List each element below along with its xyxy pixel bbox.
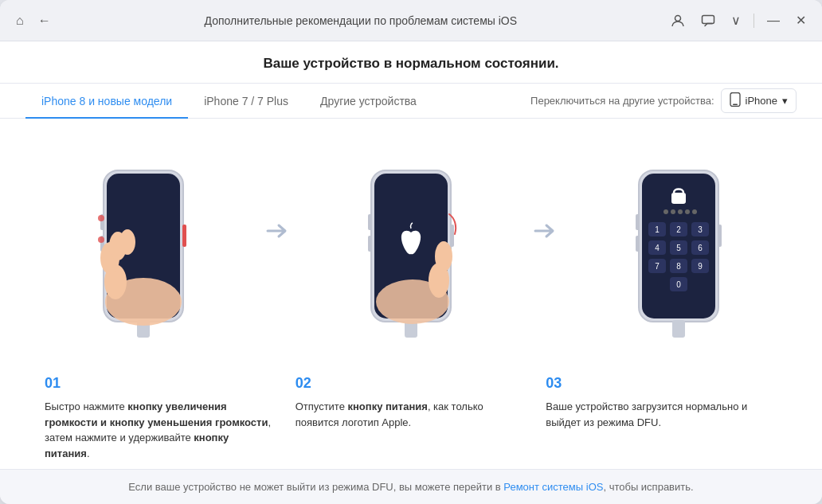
arrow-1 xyxy=(261,215,293,253)
svg-point-35 xyxy=(671,209,675,214)
chevron-down-icon: ▾ xyxy=(782,95,788,107)
svg-point-36 xyxy=(678,209,683,214)
titlebar: ⌂ ← Дополнительные рекомендации по пробл… xyxy=(0,0,822,41)
svg-text:1: 1 xyxy=(655,225,660,234)
tab-other[interactable]: Другие устройства xyxy=(304,84,433,119)
close-button[interactable]: ✕ xyxy=(793,10,809,31)
tab-iphone8[interactable]: iPhone 8 и новые модели xyxy=(25,84,188,119)
svg-point-16 xyxy=(98,236,104,243)
header-bar: Ваше устройство в нормальном состоянии. xyxy=(0,41,822,84)
step3-image: 1 2 3 4 5 6 7 xyxy=(561,162,797,346)
footer-text-before: Если ваше устройство не может выйти из р… xyxy=(128,481,503,493)
svg-rect-32 xyxy=(718,225,722,247)
step1-description: Быстро нажмите кнопку увеличения громкос… xyxy=(45,400,271,459)
svg-rect-30 xyxy=(636,214,640,230)
step2-text: 02 Отпустите кнопку питания, как только … xyxy=(286,373,537,461)
svg-text:8: 8 xyxy=(676,262,681,271)
app-window: ⌂ ← Дополнительные рекомендации по пробл… xyxy=(0,0,822,504)
svg-rect-21 xyxy=(450,225,454,247)
chat-button[interactable] xyxy=(698,10,718,31)
titlebar-left: ⌂ ← xyxy=(13,10,54,31)
steps-text: 01 Быстро нажмите кнопку увеличения гром… xyxy=(25,373,797,461)
svg-rect-8 xyxy=(182,225,186,247)
step3-text: 03 Ваше устройство загрузится нормально … xyxy=(536,373,787,461)
tabs-row: iPhone 8 и новые модели iPhone 7 / 7 Plu… xyxy=(0,84,822,119)
device-selector: Переключиться на другие устройства: iPho… xyxy=(530,88,797,113)
svg-point-27 xyxy=(435,241,452,272)
svg-rect-1 xyxy=(703,15,714,23)
svg-point-37 xyxy=(685,209,690,214)
footer-text-after: , чтобы исправить. xyxy=(603,481,693,493)
steps-images:  xyxy=(25,135,797,373)
svg-rect-19 xyxy=(368,214,372,230)
back-button[interactable]: ← xyxy=(35,10,54,31)
content-area: iPhone 8 и новые модели iPhone 7 / 7 Plu… xyxy=(0,84,822,469)
steps-area:  xyxy=(0,119,822,469)
footer-bar: Если ваше устройство не может выйти из р… xyxy=(0,469,822,504)
step1-text: 01 Быстро нажмите кнопку увеличения гром… xyxy=(35,373,286,461)
arrow-2 xyxy=(529,215,561,253)
step3-number: 03 xyxy=(546,373,777,394)
svg-text:0: 0 xyxy=(676,280,681,289)
svg-rect-31 xyxy=(636,236,640,252)
tab-iphone7[interactable]: iPhone 7 / 7 Plus xyxy=(188,84,304,119)
step3-description: Ваше устройство загрузится нормально и в… xyxy=(546,400,747,428)
svg-text:4: 4 xyxy=(655,244,660,252)
svg-rect-3 xyxy=(733,104,738,106)
svg-text:9: 9 xyxy=(698,262,703,271)
svg-text:2: 2 xyxy=(676,225,681,234)
titlebar-divider xyxy=(754,14,754,28)
user-button[interactable] xyxy=(667,10,688,31)
svg-rect-33 xyxy=(671,193,686,204)
phone-icon-small xyxy=(730,92,741,109)
step2-number: 02 xyxy=(296,373,527,394)
svg-point-14 xyxy=(119,229,135,255)
svg-point-0 xyxy=(675,15,681,21)
minimize-button[interactable]: — xyxy=(764,10,783,31)
step1-number: 01 xyxy=(45,373,276,394)
step2-description: Отпустите кнопку питания, как только поя… xyxy=(296,400,483,428)
svg-text:5: 5 xyxy=(676,244,681,252)
svg-text:6: 6 xyxy=(698,244,703,252)
svg-text:3: 3 xyxy=(698,225,703,234)
device-selector-label: Переключиться на другие устройства: xyxy=(530,95,714,107)
ios-repair-link[interactable]: Ремонт системы iOS xyxy=(503,481,603,493)
device-dropdown[interactable]: iPhone ▾ xyxy=(721,88,797,113)
svg-text:7: 7 xyxy=(655,262,660,271)
svg-point-38 xyxy=(692,209,697,214)
window-title: Дополнительные рекомендации по проблемам… xyxy=(54,14,667,27)
titlebar-right: ∨ — ✕ xyxy=(667,10,809,31)
step2-image:  xyxy=(293,162,529,346)
step1-image xyxy=(25,162,261,346)
expand-button[interactable]: ∨ xyxy=(728,10,744,31)
home-button[interactable]: ⌂ xyxy=(13,10,27,31)
svg-point-15 xyxy=(98,215,104,221)
svg-rect-59 xyxy=(672,320,685,338)
svg-point-34 xyxy=(663,209,668,214)
svg-rect-20 xyxy=(368,236,372,252)
device-name: iPhone xyxy=(746,95,777,107)
status-text: Ваше устройство в нормальном состоянии. xyxy=(0,56,822,72)
